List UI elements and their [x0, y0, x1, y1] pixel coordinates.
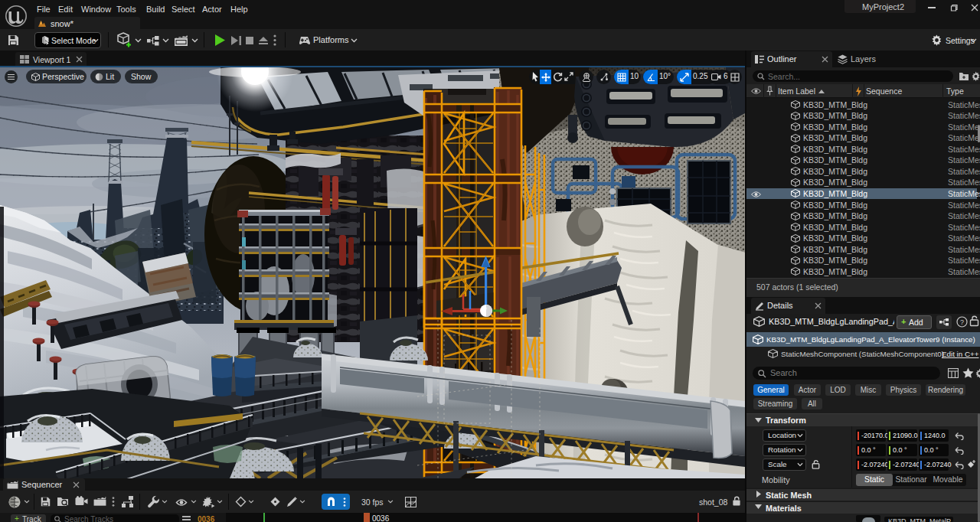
svg-text:?: ?	[960, 318, 964, 326]
